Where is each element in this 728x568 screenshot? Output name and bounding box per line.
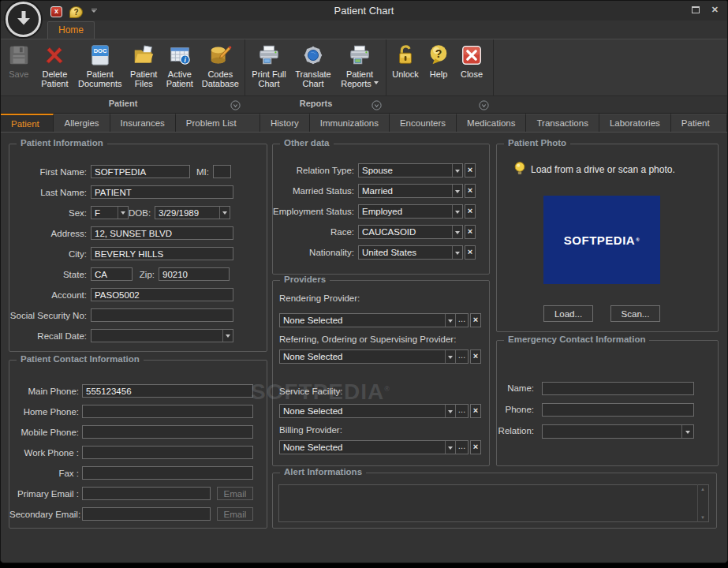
secondary-email-input[interactable] <box>82 507 211 521</box>
emergency-relation-combobox[interactable] <box>542 424 694 439</box>
quick-help-icon[interactable]: ? <box>69 6 83 18</box>
scroll-down-icon[interactable]: ▼ <box>698 515 707 520</box>
tab-patient-notes[interactable]: Patient Notes <box>671 114 727 132</box>
ribbon-tab-home[interactable]: Home <box>47 21 95 39</box>
tab-immunizations[interactable]: Immunizations <box>310 114 390 132</box>
expand-group-icon[interactable] <box>230 99 241 110</box>
mi-input[interactable] <box>213 165 231 178</box>
clear-relation-type-button[interactable]: × <box>465 163 476 178</box>
print-full-chart-button[interactable]: Print Full Chart <box>247 42 291 92</box>
clear-nationality-button[interactable]: × <box>465 245 476 260</box>
restore-window-icon[interactable] <box>692 6 700 13</box>
main-phone-input[interactable] <box>82 384 253 398</box>
chevron-down-icon[interactable] <box>452 246 462 259</box>
primary-email-input[interactable] <box>82 487 211 500</box>
chevron-down-icon[interactable] <box>452 205 462 218</box>
expand-group-icon[interactable] <box>479 99 489 110</box>
relation-type-combobox[interactable]: Spouse <box>358 163 463 178</box>
chevron-down-icon[interactable] <box>445 350 455 363</box>
svg-text:DOC: DOC <box>93 47 106 54</box>
unlock-button[interactable]: Unlock <box>388 42 423 92</box>
tab-history[interactable]: History <box>260 114 310 132</box>
emergency-name-input[interactable] <box>542 382 694 395</box>
clear-employment-status-button[interactable]: × <box>465 204 476 219</box>
help-button[interactable]: ? Help <box>423 42 454 92</box>
tab-transactions[interactable]: Transactions <box>526 114 599 132</box>
chevron-down-icon[interactable] <box>445 405 455 417</box>
mobile-phone-input[interactable] <box>82 425 253 439</box>
patient-documents-button[interactable]: DOC Patient Documents <box>74 42 125 92</box>
chevron-down-icon[interactable] <box>452 164 462 177</box>
clear-race-button[interactable]: × <box>465 225 476 239</box>
chevron-down-icon[interactable] <box>118 207 128 219</box>
married-status-combobox[interactable]: Married <box>358 184 463 198</box>
employment-status-combobox[interactable]: Employed <box>358 204 463 219</box>
nationality-combobox[interactable]: United States <box>358 245 463 260</box>
emergency-relation-value <box>543 425 681 438</box>
clear-billing-provider-button[interactable]: × <box>470 440 481 454</box>
fax-input[interactable] <box>82 466 253 480</box>
first-name-input[interactable] <box>91 165 190 178</box>
delete-patient-button[interactable]: Delete Patient <box>35 42 75 92</box>
browse-ellipsis-button[interactable]: … <box>455 405 468 417</box>
window-controls: ✕ <box>692 6 719 14</box>
tab-allergies[interactable]: Allergies <box>54 114 110 132</box>
tab-problem-list[interactable]: Problem List (Dx Codes) <box>176 114 260 132</box>
chevron-down-icon[interactable] <box>452 226 462 238</box>
patient-reports-button[interactable]: Patient Reports <box>335 42 384 92</box>
billing-provider-combobox[interactable]: None Selected … × <box>279 440 481 454</box>
patient-files-button[interactable]: Patient Files <box>125 42 162 92</box>
alert-text-area[interactable] <box>278 484 709 522</box>
chevron-down-icon[interactable] <box>452 185 462 197</box>
recall-date-combobox[interactable] <box>91 329 233 342</box>
work-phone-input[interactable] <box>82 446 253 459</box>
tab-encounters[interactable]: Encounters <box>390 114 457 132</box>
scan-photo-button[interactable]: Scan... <box>610 305 660 322</box>
state-input[interactable] <box>91 267 133 281</box>
chevron-down-icon[interactable] <box>222 330 233 342</box>
close-window-icon[interactable]: ✕ <box>711 6 719 14</box>
home-phone-input[interactable] <box>82 405 253 418</box>
alert-scrollbar[interactable]: ▲ ▼ <box>697 484 707 522</box>
clear-referring-provider-button[interactable]: × <box>470 349 481 364</box>
scroll-up-icon[interactable]: ▲ <box>698 487 707 491</box>
expand-group-icon[interactable] <box>371 99 382 110</box>
translate-chart-button[interactable]: Translate Chart <box>291 42 335 92</box>
zip-input[interactable] <box>159 267 230 281</box>
chevron-down-icon[interactable] <box>219 207 230 219</box>
browse-ellipsis-button[interactable]: … <box>455 441 468 454</box>
dob-combobox[interactable]: 3/29/1989 <box>155 206 230 219</box>
clear-service-facility-button[interactable]: × <box>470 404 481 418</box>
tab-medications[interactable]: Medications <box>457 114 526 132</box>
quick-close-icon[interactable]: x <box>50 6 62 17</box>
active-patient-button[interactable]: i Active Patient <box>162 42 198 92</box>
close-button[interactable]: Close <box>454 42 489 92</box>
main-phone-label: Main Phone: <box>9 387 82 396</box>
load-photo-button[interactable]: Load... <box>543 305 593 322</box>
chevron-down-icon[interactable] <box>445 441 455 454</box>
rendering-provider-combobox[interactable]: None Selected … × <box>279 313 481 327</box>
race-combobox[interactable]: CAUCASOID <box>358 225 463 239</box>
tab-patient-data[interactable]: Patient Data <box>1 114 54 132</box>
address-input[interactable] <box>91 226 233 240</box>
codes-database-button[interactable]: Codes Database <box>198 42 243 92</box>
chevron-down-icon[interactable] <box>445 314 455 327</box>
service-facility-combobox[interactable]: None Selected … × <box>279 404 481 418</box>
city-input[interactable] <box>91 247 233 260</box>
printer-icon <box>256 43 282 68</box>
last-name-input[interactable] <box>91 185 233 199</box>
quick-access-dropdown-icon[interactable] <box>90 9 98 15</box>
clear-married-status-button[interactable]: × <box>465 184 476 198</box>
browse-ellipsis-button[interactable]: … <box>455 314 468 327</box>
tab-laboratories[interactable]: Laboratories <box>599 114 671 132</box>
clear-rendering-provider-button[interactable]: × <box>470 313 481 327</box>
ssn-input[interactable] <box>91 308 233 322</box>
browse-ellipsis-button[interactable]: … <box>455 350 468 363</box>
referring-provider-combobox[interactable]: None Selected … × <box>279 349 481 364</box>
account-input[interactable] <box>91 288 233 301</box>
sex-combobox[interactable]: F <box>91 206 129 219</box>
application-menu-button[interactable] <box>6 2 41 37</box>
emergency-phone-input[interactable] <box>542 403 694 417</box>
chevron-down-icon[interactable] <box>681 425 693 438</box>
tab-insurances[interactable]: Insurances <box>110 114 176 132</box>
